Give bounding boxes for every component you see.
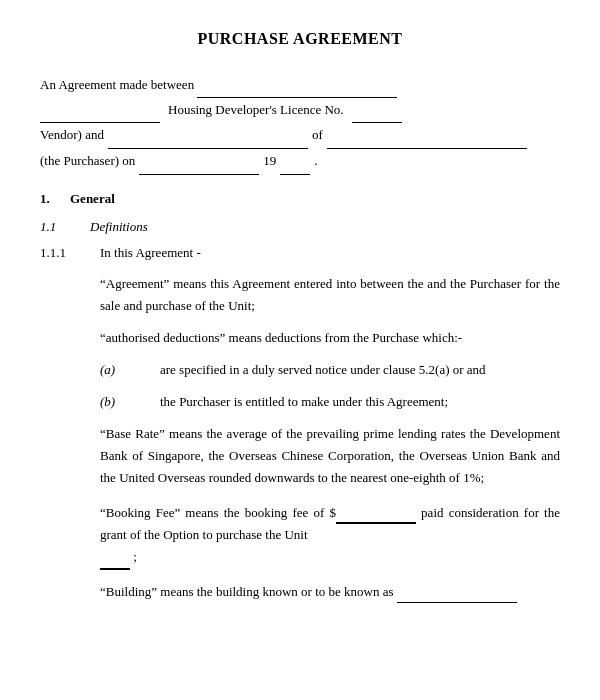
sub-item-b-label: (b) <box>100 394 140 410</box>
sub-item-b-text: the Purchaser is entitled to make under … <box>160 391 560 413</box>
section-1-1-1-intro: In this Agreement - <box>100 245 201 261</box>
intro-period: . <box>314 149 317 174</box>
intro-vendor-text: Vendor) and <box>40 123 104 148</box>
intro-blank-4 <box>108 123 308 149</box>
sub-item-a-label: (a) <box>100 362 140 378</box>
intro-year-text: 19 <box>263 149 276 174</box>
section-1-number: 1. <box>40 191 70 207</box>
intro-blank-7 <box>280 149 310 175</box>
def-base-rate: “Base Rate” means the average of the pre… <box>100 423 560 489</box>
section-1-1-1-number: 1.1.1 <box>40 245 90 261</box>
booking-fee-blank <box>336 500 416 524</box>
section-1-1-1: 1.1.1 In this Agreement - <box>40 245 560 261</box>
sub-item-b: (b) the Purchaser is entitled to make un… <box>100 391 560 413</box>
def-booking-fee: “Booking Fee” means the booking fee of $… <box>100 500 560 570</box>
def-booking-fee-semicolon: ; <box>130 549 137 564</box>
def-booking-fee-text-1: “Booking Fee” means the booking fee of $ <box>100 505 336 520</box>
def-agreement: “Agreement” means this Agreement entered… <box>100 273 560 317</box>
def-auth-text: “authorised deductions” means deductions… <box>100 330 462 345</box>
section-1-1-number: 1.1 <box>40 219 80 235</box>
intro-of-text: of <box>312 123 323 148</box>
intro-purchaser-text: (the Purchaser) on <box>40 149 135 174</box>
intro-blank-2 <box>40 98 160 124</box>
document-container: PURCHASE AGREEMENT An Agreement made bet… <box>40 30 560 603</box>
section-1-1-title: Definitions <box>90 219 148 235</box>
def-building: “Building” means the building known or t… <box>100 580 560 603</box>
intro-blank-5 <box>327 123 527 149</box>
sub-item-a-text: are specified in a duly served notice un… <box>160 359 560 381</box>
def-agreement-text: “Agreement” means this Agreement entered… <box>100 276 560 313</box>
section-1-title: General <box>70 191 115 207</box>
intro-blank-1 <box>197 72 397 98</box>
intro-housing-text: Housing Developer's Licence No. <box>168 98 344 123</box>
def-building-text: “Building” means the building known or t… <box>100 584 394 599</box>
intro-blank-3 <box>352 98 402 124</box>
section-1: 1. General <box>40 191 560 207</box>
intro-line1-pre: An Agreement made between <box>40 77 194 92</box>
intro-block: An Agreement made between Housing Develo… <box>40 72 560 175</box>
building-blank <box>397 580 517 603</box>
document-title: PURCHASE AGREEMENT <box>40 30 560 48</box>
def-authorised-deductions: “authorised deductions” means deductions… <box>100 327 560 349</box>
sub-item-a: (a) are specified in a duly served notic… <box>100 359 560 381</box>
section-1-1: 1.1 Definitions <box>40 219 560 235</box>
intro-blank-6 <box>139 149 259 175</box>
def-base-rate-text: “Base Rate” means the average of the pre… <box>100 426 560 485</box>
